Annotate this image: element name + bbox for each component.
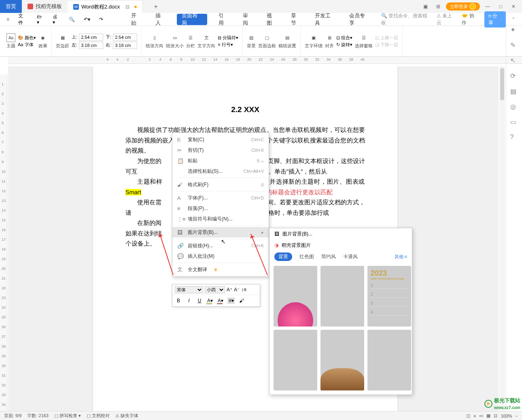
highlight-color-button[interactable]: A▾: [206, 298, 214, 303]
qat-redo-icon[interactable]: ↷: [99, 17, 103, 22]
columns-button[interactable]: ☰分栏: [186, 33, 195, 49]
margin-top-input[interactable]: [79, 34, 103, 41]
theme-button[interactable]: Aa主题: [6, 33, 15, 49]
bold-button[interactable]: B: [175, 298, 182, 303]
mini-font-select[interactable]: 宋体: [175, 286, 203, 293]
formatpaint-button[interactable]: 🖌: [238, 298, 245, 303]
command-search[interactable]: 🔍 查找命令、搜索模板: [381, 13, 431, 26]
qat-undo-icon[interactable]: ↶▾: [84, 17, 90, 22]
file-menu[interactable]: 文件: [18, 13, 28, 26]
side-bookmark-icon[interactable]: ▤: [510, 87, 518, 95]
bgtab-red[interactable]: 红色图: [299, 253, 314, 260]
menu-view[interactable]: 视图: [264, 14, 279, 25]
menu-insert[interactable]: 插入: [153, 14, 168, 25]
side-screen-icon[interactable]: ▭: [510, 118, 518, 126]
status-proof[interactable]: ▢ 文档校对: [87, 413, 110, 419]
ctx-font[interactable]: A字体(F)...Ctrl+D: [172, 193, 269, 203]
bg-thumb[interactable]: [320, 330, 364, 390]
vertical-scrollbar[interactable]: [499, 66, 505, 411]
font-color-button[interactable]: A▾: [217, 298, 224, 303]
menu-reference[interactable]: 引用: [216, 14, 231, 25]
side-sync-icon[interactable]: ⟳: [510, 72, 518, 80]
margin-right-input[interactable]: [113, 42, 137, 49]
window-maximize[interactable]: □: [495, 2, 506, 11]
apps-icon[interactable]: ⊞: [433, 2, 443, 11]
bg-thumb[interactable]: [367, 330, 411, 390]
status-missing-font[interactable]: ⚠ 缺失字体: [115, 413, 138, 419]
ctx-comment[interactable]: 💬插入批注(M): [172, 251, 269, 261]
menu-vip[interactable]: 会员专享: [347, 14, 372, 25]
tab-close-icon[interactable]: ⊟: [125, 4, 129, 10]
grow-font-icon[interactable]: A⁺: [227, 287, 232, 293]
ctx-bullets[interactable]: ⋮≡项目符号和编号(N)...: [172, 214, 269, 224]
textdir-button[interactable]: 文文字方向: [197, 33, 215, 49]
bring-forward-button[interactable]: ◱ 上移一层: [375, 35, 398, 41]
orientation-button[interactable]: ▯纸张方向: [146, 33, 163, 49]
window-close[interactable]: ✕: [508, 2, 519, 11]
zoom-level[interactable]: 100%: [501, 414, 512, 418]
bg-thumb[interactable]: 2023 NEW YEAR'S RESOLUTIONS 1234: [367, 266, 411, 327]
wrap-button[interactable]: ▣文字环绕: [305, 33, 323, 49]
login-button[interactable]: 立即登录: [446, 2, 480, 11]
layout-icon[interactable]: ▣: [420, 2, 431, 11]
new-tab-button[interactable]: ＋: [153, 2, 159, 11]
ctx-translate[interactable]: 文全文翻译♛: [172, 264, 269, 275]
side-magic-icon[interactable]: ✦: [510, 26, 518, 34]
mini-size-select[interactable]: 小四: [205, 286, 225, 293]
side-pen-icon[interactable]: ✎: [510, 41, 518, 49]
bgtab-simple[interactable]: 简约风: [321, 253, 336, 260]
side-target-icon[interactable]: ◎: [510, 103, 518, 111]
gutter-button[interactable]: ▤稿纸设置: [278, 33, 296, 49]
tab-templates[interactable]: 找稻壳模板: [22, 0, 68, 13]
menu-chapter[interactable]: 章节: [289, 14, 303, 25]
collab-button[interactable]: 🤝 协作: [462, 13, 478, 26]
bgtab-background[interactable]: 背景: [274, 252, 292, 261]
pagesize-button[interactable]: ▭纸张大小: [166, 33, 184, 49]
submenu-picbg[interactable]: 🖼图片背景(B)...: [269, 228, 412, 240]
separator-button[interactable]: ⊟ 分隔符▾: [218, 35, 238, 41]
side-help-icon[interactable]: ?: [510, 134, 518, 142]
color-button[interactable]: 🎨 颜色▾: [18, 35, 36, 41]
ruler-vertical[interactable]: /*numbers manually*/ 1234567891011121314…: [0, 74, 7, 411]
status-words[interactable]: 字数: 2163: [27, 413, 49, 419]
rotate-button[interactable]: ↻ 旋转▾: [336, 42, 352, 48]
ctx-cut[interactable]: ✂剪切(T)Ctrl+X: [172, 145, 269, 155]
margin-bottom-input[interactable]: [113, 34, 137, 41]
tab-home[interactable]: 首页: [0, 0, 22, 13]
view-mode-icon[interactable]: ▦: [486, 413, 490, 418]
side-select-icon[interactable]: ↖: [510, 57, 518, 65]
bg-thumb[interactable]: [320, 266, 364, 327]
lineno-button[interactable]: ≡ 行号▾: [218, 42, 238, 48]
status-spell[interactable]: ▢ 拼写检查 ▾: [54, 413, 81, 419]
ctx-format-painter[interactable]: 🖌格式刷(F)⎙: [172, 179, 269, 190]
selpane-button[interactable]: ☰选择窗格: [355, 33, 373, 49]
share-button[interactable]: ⎋ 分享: [484, 11, 506, 28]
hamburger-icon[interactable]: ≡: [6, 17, 9, 22]
ctx-copy[interactable]: ⎘复制(C)Ctrl+C: [172, 134, 269, 145]
align-button[interactable]: ⊞对齐: [325, 33, 334, 49]
ctx-paragraph[interactable]: ≡段落(P)...: [172, 203, 269, 214]
ctx-paste-special[interactable]: 选择性粘贴(S)...Ctrl+Alt+V: [172, 166, 269, 176]
view-mode-icon[interactable]: ◫: [466, 413, 470, 418]
menu-review[interactable]: 审阅: [240, 14, 255, 25]
view-mode-icon[interactable]: ≡: [473, 414, 476, 418]
underline-button[interactable]: U: [196, 298, 203, 303]
tab-document[interactable]: W Word教程2.docx ⊟: [68, 0, 143, 13]
linespacing-icon[interactable]: ↕≡: [241, 287, 246, 293]
cloud-status[interactable]: ⚠ 未上云: [437, 13, 456, 26]
send-back-button[interactable]: ◲ 下移一层: [375, 42, 398, 48]
margin-left-input[interactable]: [79, 42, 103, 49]
ctx-paste[interactable]: 📋粘贴⎘ ▭: [172, 155, 269, 166]
effect-button[interactable]: ◉效果: [38, 33, 47, 49]
scroll-thumb[interactable]: [500, 68, 504, 100]
window-minimize[interactable]: —: [482, 2, 493, 11]
background-button[interactable]: ▧背景: [247, 33, 256, 49]
margin-button[interactable]: ▦页边距: [56, 33, 69, 49]
submenu-source[interactable]: ◑稻壳背景图片: [269, 240, 412, 251]
group-button[interactable]: ⊡ 组合▾: [336, 35, 352, 41]
menu-dev[interactable]: 开发工具: [312, 14, 338, 25]
qat-print-icon[interactable]: 🖨▾: [53, 14, 60, 25]
italic-button[interactable]: I: [185, 298, 193, 303]
font-button[interactable]: Aa 字体: [18, 42, 36, 48]
ruler-horizontal[interactable]: 642 2468 10121416 18202224 26283032 3436…: [8, 57, 522, 64]
